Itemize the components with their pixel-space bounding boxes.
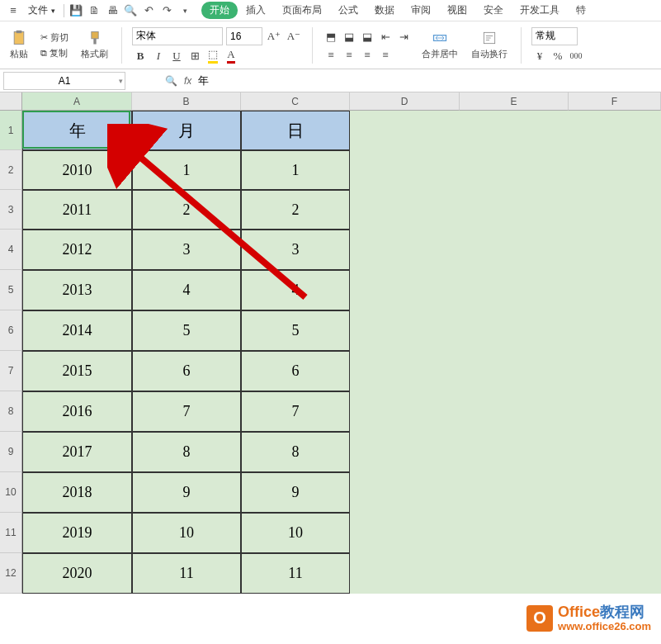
cell-F1[interactable] bbox=[569, 111, 661, 150]
row-header-7[interactable]: 7 bbox=[0, 351, 22, 391]
tab-review[interactable]: 审阅 bbox=[403, 0, 439, 21]
cell-F10[interactable] bbox=[569, 472, 661, 513]
cell-D3[interactable] bbox=[350, 190, 460, 230]
print-preview-icon[interactable]: 🔍 bbox=[124, 4, 137, 17]
increase-font-icon[interactable]: A⁺ bbox=[266, 29, 282, 44]
cell-A3[interactable]: 2011 bbox=[22, 190, 132, 230]
cell-D6[interactable] bbox=[350, 310, 460, 351]
cell-D2[interactable] bbox=[350, 150, 460, 190]
name-box[interactable]: A1 ▾ bbox=[3, 72, 125, 90]
indent-decrease-icon[interactable]: ⇤ bbox=[377, 30, 394, 45]
find-icon[interactable]: 🔍 bbox=[165, 75, 177, 87]
cell-F11[interactable] bbox=[569, 513, 661, 553]
cell-E3[interactable] bbox=[460, 190, 569, 230]
tab-insert[interactable]: 插入 bbox=[238, 0, 274, 21]
cell-E5[interactable] bbox=[460, 270, 569, 310]
comma-icon[interactable]: 000 bbox=[568, 49, 584, 64]
fill-handle[interactable] bbox=[129, 147, 134, 152]
cell-A10[interactable]: 2018 bbox=[22, 472, 132, 513]
bold-button[interactable]: B bbox=[132, 49, 149, 64]
align-justify-icon[interactable]: ≡ bbox=[377, 48, 394, 63]
cell-B8[interactable]: 7 bbox=[132, 391, 241, 432]
cell-F2[interactable] bbox=[569, 150, 661, 190]
tab-page-layout[interactable]: 页面布局 bbox=[274, 0, 330, 21]
align-middle-icon[interactable]: ⬓ bbox=[341, 30, 357, 45]
cell-E12[interactable] bbox=[460, 553, 569, 594]
cell-D8[interactable] bbox=[350, 391, 460, 432]
cell-E8[interactable] bbox=[460, 391, 569, 432]
row-header-1[interactable]: 1 bbox=[0, 111, 22, 150]
cell-F7[interactable] bbox=[569, 351, 661, 391]
percent-icon[interactable]: % bbox=[550, 49, 566, 64]
cell-E2[interactable] bbox=[460, 150, 569, 190]
cell-A8[interactable]: 2016 bbox=[22, 391, 132, 432]
cell-D5[interactable] bbox=[350, 270, 460, 310]
cell-E7[interactable] bbox=[460, 351, 569, 391]
tab-extra[interactable]: 特 bbox=[568, 0, 594, 21]
cell-C4[interactable]: 3 bbox=[241, 230, 350, 270]
cell-B2[interactable]: 1 bbox=[132, 150, 241, 190]
col-header-C[interactable]: C bbox=[241, 92, 350, 111]
cell-C8[interactable]: 7 bbox=[241, 391, 350, 432]
cell-F8[interactable] bbox=[569, 391, 661, 432]
cell-F3[interactable] bbox=[569, 190, 661, 230]
cell-C9[interactable]: 8 bbox=[241, 432, 350, 472]
tab-data[interactable]: 数据 bbox=[366, 0, 403, 21]
align-top-icon[interactable]: ⬒ bbox=[323, 30, 339, 45]
cell-C5[interactable]: 4 bbox=[241, 270, 350, 310]
align-bottom-icon[interactable]: ⬓ bbox=[359, 30, 375, 45]
cell-E11[interactable] bbox=[460, 513, 569, 553]
italic-button[interactable]: I bbox=[150, 49, 167, 64]
font-color-button[interactable]: A bbox=[223, 49, 239, 64]
col-header-E[interactable]: E bbox=[460, 92, 569, 111]
cell-F12[interactable] bbox=[569, 553, 661, 594]
cell-A4[interactable]: 2012 bbox=[22, 230, 132, 270]
cell-C10[interactable]: 9 bbox=[241, 472, 350, 513]
cell-C2[interactable]: 1 bbox=[241, 150, 350, 190]
currency-icon[interactable]: ¥ bbox=[531, 49, 548, 64]
row-header-5[interactable]: 5 bbox=[0, 270, 22, 310]
merge-center-button[interactable]: 合并居中 bbox=[418, 28, 461, 62]
cell-C6[interactable]: 5 bbox=[241, 310, 350, 351]
tab-view[interactable]: 视图 bbox=[439, 0, 475, 21]
redo-icon[interactable]: ↷ bbox=[160, 4, 173, 17]
cell-B4[interactable]: 3 bbox=[132, 230, 241, 270]
row-header-10[interactable]: 10 bbox=[0, 472, 22, 513]
cell-B1[interactable]: 月 bbox=[132, 111, 241, 150]
tab-security[interactable]: 安全 bbox=[475, 0, 512, 21]
cell-B12[interactable]: 11 bbox=[132, 553, 241, 594]
tab-home[interactable]: 开始 bbox=[201, 2, 238, 19]
cell-F5[interactable] bbox=[569, 270, 661, 310]
fx-icon[interactable]: fx bbox=[184, 75, 191, 87]
fill-color-button[interactable]: ⬚ bbox=[205, 49, 221, 64]
row-header-4[interactable]: 4 bbox=[0, 230, 22, 270]
cell-B11[interactable]: 10 bbox=[132, 513, 241, 553]
cell-A6[interactable]: 2014 bbox=[22, 310, 132, 351]
cell-D4[interactable] bbox=[350, 230, 460, 270]
row-header-6[interactable]: 6 bbox=[0, 310, 22, 351]
cell-D7[interactable] bbox=[350, 351, 460, 391]
menu-icon[interactable]: ≡ bbox=[7, 4, 20, 17]
cell-B3[interactable]: 2 bbox=[132, 190, 241, 230]
cell-B7[interactable]: 6 bbox=[132, 351, 241, 391]
col-header-F[interactable]: F bbox=[569, 92, 661, 111]
cell-D12[interactable] bbox=[350, 553, 460, 594]
cell-F4[interactable] bbox=[569, 230, 661, 270]
cell-F9[interactable] bbox=[569, 432, 661, 472]
wrap-text-button[interactable]: 自动换行 bbox=[468, 28, 511, 62]
indent-increase-icon[interactable]: ⇥ bbox=[395, 30, 412, 45]
cell-A11[interactable]: 2019 bbox=[22, 513, 132, 553]
row-header-2[interactable]: 2 bbox=[0, 150, 22, 190]
cell-C7[interactable]: 6 bbox=[241, 351, 350, 391]
col-header-B[interactable]: B bbox=[132, 92, 241, 111]
cell-C3[interactable]: 2 bbox=[241, 190, 350, 230]
cell-D9[interactable] bbox=[350, 432, 460, 472]
cell-B6[interactable]: 5 bbox=[132, 310, 241, 351]
undo-icon[interactable]: ↶ bbox=[142, 4, 155, 17]
cell-B5[interactable]: 4 bbox=[132, 270, 241, 310]
cell-A1[interactable]: 年 bbox=[22, 111, 132, 150]
font-name-select[interactable] bbox=[132, 27, 223, 45]
cell-A9[interactable]: 2017 bbox=[22, 432, 132, 472]
cell-B10[interactable]: 9 bbox=[132, 472, 241, 513]
cell-E6[interactable] bbox=[460, 310, 569, 351]
